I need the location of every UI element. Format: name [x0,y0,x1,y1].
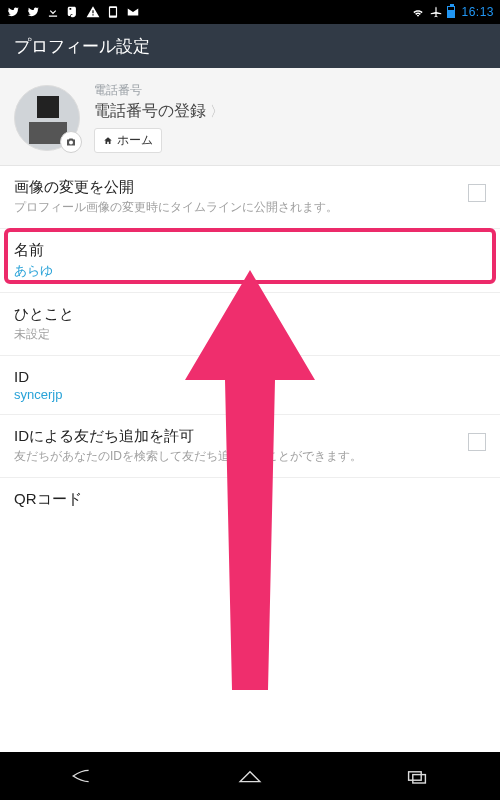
row-title: ひとこと [14,305,486,324]
avatar[interactable] [14,85,80,151]
home-button[interactable]: ホーム [94,128,162,153]
checkbox[interactable] [468,433,486,451]
row-qr-code[interactable]: QRコード [0,477,500,521]
status-right: 16:13 [411,5,494,19]
row-value: syncerjp [14,387,486,402]
header-bar: プロフィール設定 [0,24,500,68]
profile-section: 電話番号 電話番号の登録 〉 ホーム [0,68,500,165]
phone-register-text: 電話番号の登録 [94,101,206,122]
blank-area [0,521,500,752]
row-title: ID [14,368,486,385]
evernote-icon [66,5,80,19]
home-button-label: ホーム [117,132,153,149]
phone-register-row[interactable]: 電話番号の登録 〉 [94,101,486,122]
android-nav-bar [0,752,500,800]
row-allow-id-add[interactable]: IDによる友だち追加を許可 友だちがあなたのIDを検索して友だち追加することがで… [0,414,500,477]
battery-icon [447,6,455,18]
row-title: IDによる友だち追加を許可 [14,427,458,446]
row-name[interactable]: 名前 あらゆ [0,228,500,292]
status-left [6,5,140,19]
camera-icon[interactable] [60,131,82,153]
airplane-icon [429,5,443,19]
status-clock: 16:13 [459,5,494,19]
card-icon [126,5,140,19]
row-id[interactable]: ID syncerjp [0,355,500,414]
row-value: あらゆ [14,262,486,280]
row-subtitle: 友だちがあなたのIDを検索して友だち追加することができます。 [14,448,458,465]
home-icon [103,136,113,146]
phone-label: 電話番号 [94,82,486,99]
svg-rect-1 [412,775,425,783]
page-title: プロフィール設定 [14,35,150,58]
download-icon [46,5,60,19]
recent-apps-button[interactable] [387,761,447,791]
warning-icon [86,5,100,19]
status-bar: 16:13 [0,0,500,24]
twitter-icon [26,5,40,19]
row-publish-image-change[interactable]: 画像の変更を公開 プロフィール画像の変更時にタイムラインに公開されます。 [0,165,500,228]
device-icon [106,5,120,19]
twitter-icon [6,5,20,19]
profile-info: 電話番号 電話番号の登録 〉 ホーム [94,82,486,153]
row-status-message[interactable]: ひとこと 未設定 [0,292,500,355]
back-button[interactable] [53,761,113,791]
wifi-icon [411,5,425,19]
home-nav-button[interactable] [220,761,280,791]
row-value: 未設定 [14,326,486,343]
row-title: 名前 [14,241,486,260]
row-title: QRコード [14,490,486,509]
settings-list: 画像の変更を公開 プロフィール画像の変更時にタイムラインに公開されます。 名前 … [0,165,500,521]
screen: 16:13 プロフィール設定 電話番号 電話番号の登録 〉 ホーム [0,0,500,800]
checkbox[interactable] [468,184,486,202]
chevron-right-icon: 〉 [210,103,224,121]
svg-rect-0 [408,772,421,780]
row-title: 画像の変更を公開 [14,178,458,197]
row-subtitle: プロフィール画像の変更時にタイムラインに公開されます。 [14,199,458,216]
